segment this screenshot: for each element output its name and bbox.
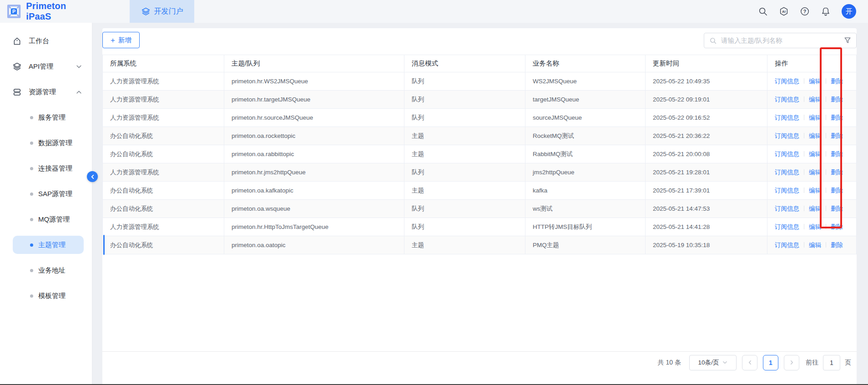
subscribe-info-link[interactable]: 订阅信息 bbox=[775, 78, 799, 85]
sidebar-item-template[interactable]: 模板管理 bbox=[13, 287, 84, 305]
top-header: P Primeton iPaaS 开发门户 AI ? bbox=[0, 0, 868, 23]
subscribe-info-link[interactable]: 订阅信息 bbox=[775, 169, 799, 176]
sidebar-item-service[interactable]: 服务管理 bbox=[13, 108, 84, 127]
pagination-bar: 共 10 条 10条/页 1 前往 页 bbox=[102, 351, 857, 373]
sidebar-item-mq[interactable]: MQ源管理 bbox=[13, 210, 84, 228]
brand-title: Primeton iPaaS bbox=[26, 1, 92, 22]
action-separator bbox=[826, 187, 826, 193]
edit-link[interactable]: 编辑 bbox=[809, 223, 821, 230]
page-size-select[interactable]: 10条/页 bbox=[689, 355, 737, 370]
search-input[interactable] bbox=[721, 37, 839, 44]
app-root: P Primeton iPaaS 开发门户 AI ? bbox=[0, 0, 868, 385]
cell-actions: 订阅信息编辑删除 bbox=[767, 163, 857, 182]
cell-actions: 订阅信息编辑删除 bbox=[767, 145, 857, 163]
cell-mode: 队列 bbox=[404, 72, 525, 91]
subscribe-info-link[interactable]: 订阅信息 bbox=[775, 151, 799, 157]
sidebar-item-connector[interactable]: 连接器管理 bbox=[13, 159, 84, 177]
edit-link[interactable]: 编辑 bbox=[809, 187, 821, 194]
search-box bbox=[704, 33, 857, 48]
edit-link[interactable]: 编辑 bbox=[809, 205, 821, 212]
primeton-logo-icon: P bbox=[6, 4, 21, 19]
chevron-down-icon bbox=[722, 360, 727, 365]
edit-link[interactable]: 编辑 bbox=[809, 114, 821, 121]
help-icon[interactable]: ? bbox=[800, 6, 810, 16]
filter-funnel-icon[interactable] bbox=[843, 36, 852, 45]
delete-link[interactable]: 删除 bbox=[831, 242, 843, 248]
cell-mode: 队列 bbox=[404, 163, 525, 182]
sidebar-item-workbench[interactable]: 工作台 bbox=[0, 32, 92, 50]
delete-link[interactable]: 删除 bbox=[831, 205, 843, 212]
next-page-button[interactable] bbox=[784, 355, 799, 370]
add-button[interactable]: + 新增 bbox=[102, 32, 140, 48]
header-actions: AI ? 开 bbox=[758, 0, 868, 23]
goto-suffix: 页 bbox=[845, 359, 851, 367]
sidebar-item-topic[interactable]: 主题管理 bbox=[13, 236, 84, 254]
tab-label: 开发门户 bbox=[154, 7, 183, 16]
sidebar-item-label: 工作台 bbox=[29, 37, 49, 46]
chevron-left-icon bbox=[747, 360, 752, 365]
sidebar-item-datasource[interactable]: 数据源管理 bbox=[13, 134, 84, 152]
action-separator bbox=[804, 151, 804, 157]
cell-updated: 2025-05-22 09:16:52 bbox=[646, 109, 767, 127]
search-icon[interactable] bbox=[758, 6, 768, 16]
subscribe-info-link[interactable]: 订阅信息 bbox=[775, 223, 799, 230]
sidebar-item-api[interactable]: API管理 bbox=[0, 57, 92, 76]
col-actions: 操作 bbox=[767, 55, 857, 72]
delete-link[interactable]: 删除 bbox=[831, 169, 843, 176]
cell-topic: primeton.oa.kafkatopic bbox=[224, 182, 404, 200]
cell-name: jms2httpQueue bbox=[525, 163, 646, 182]
action-separator bbox=[804, 169, 804, 175]
sidebar-nav: 工作台API管理资源管理服务管理数据源管理连接器管理SAP源管理MQ源管理主题管… bbox=[0, 23, 92, 385]
cell-topic: primeton.oa.oatopic bbox=[224, 236, 404, 254]
cell-system: 办公自动化系统 bbox=[103, 236, 224, 254]
cell-name: HTTP转JMS目标队列 bbox=[525, 218, 646, 236]
bell-icon[interactable] bbox=[821, 6, 831, 16]
edit-link[interactable]: 编辑 bbox=[809, 78, 821, 85]
delete-link[interactable]: 删除 bbox=[831, 187, 843, 194]
action-separator bbox=[804, 224, 804, 229]
delete-link[interactable]: 删除 bbox=[831, 96, 843, 103]
sidebar-item-label: 服务管理 bbox=[38, 113, 66, 122]
cell-updated: 2025-05-19 10:35:18 bbox=[646, 236, 767, 254]
topics-table: 所属系统 主题/队列 消息模式 业务名称 更新时间 操作 人力资源管理系统pri… bbox=[102, 55, 857, 254]
bullet-icon bbox=[30, 269, 33, 272]
ai-icon[interactable]: AI bbox=[779, 6, 789, 16]
subscribe-info-link[interactable]: 订阅信息 bbox=[775, 187, 799, 194]
sidebar-item-label: 数据源管理 bbox=[38, 139, 72, 147]
sidebar-item-address[interactable]: 业务地址 bbox=[13, 261, 84, 279]
delete-link[interactable]: 删除 bbox=[831, 114, 843, 121]
toolbar: + 新增 bbox=[102, 28, 857, 48]
subscribe-info-link[interactable]: 订阅信息 bbox=[775, 205, 799, 212]
user-avatar[interactable]: 开 bbox=[842, 4, 856, 19]
action-separator bbox=[804, 78, 804, 84]
delete-link[interactable]: 删除 bbox=[831, 151, 843, 157]
edit-link[interactable]: 编辑 bbox=[809, 169, 821, 176]
action-separator bbox=[826, 169, 826, 175]
tab-dev-portal[interactable]: 开发门户 bbox=[130, 0, 194, 23]
delete-link[interactable]: 删除 bbox=[831, 223, 843, 230]
col-mode: 消息模式 bbox=[404, 55, 525, 72]
edit-link[interactable]: 编辑 bbox=[809, 96, 821, 103]
edit-link[interactable]: 编辑 bbox=[809, 151, 821, 157]
action-separator bbox=[826, 133, 826, 138]
col-topic: 主题/队列 bbox=[224, 55, 404, 72]
table-row: 办公自动化系统primeton.oa.kafkatopic主题kafka2025… bbox=[103, 182, 857, 200]
sidebar-collapse-button[interactable] bbox=[87, 171, 98, 182]
subscribe-info-link[interactable]: 订阅信息 bbox=[775, 96, 799, 103]
sidebar-item-resource[interactable]: 资源管理 bbox=[0, 83, 92, 101]
delete-link[interactable]: 删除 bbox=[831, 132, 843, 139]
goto-page-input[interactable] bbox=[823, 355, 840, 370]
edit-link[interactable]: 编辑 bbox=[809, 132, 821, 139]
cell-updated: 2025-05-21 14:47:53 bbox=[646, 200, 767, 218]
sidebar-item-sap[interactable]: SAP源管理 bbox=[13, 185, 84, 203]
subscribe-info-link[interactable]: 订阅信息 bbox=[775, 114, 799, 121]
edit-link[interactable]: 编辑 bbox=[809, 242, 821, 248]
cell-name: kafka bbox=[525, 182, 646, 200]
add-button-label: 新增 bbox=[118, 36, 131, 45]
subscribe-info-link[interactable]: 订阅信息 bbox=[775, 242, 799, 248]
page-number-1[interactable]: 1 bbox=[763, 355, 778, 370]
prev-page-button[interactable] bbox=[742, 355, 757, 370]
cell-topic: primeton.hr.WS2JMSQueue bbox=[224, 72, 404, 91]
subscribe-info-link[interactable]: 订阅信息 bbox=[775, 132, 799, 139]
delete-link[interactable]: 删除 bbox=[831, 78, 843, 85]
